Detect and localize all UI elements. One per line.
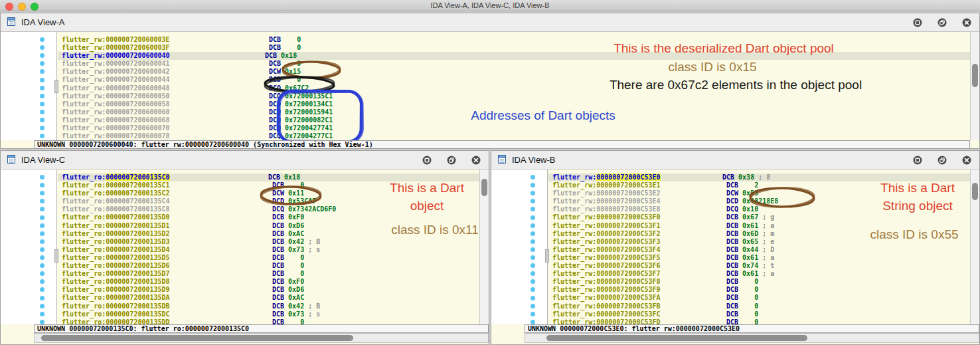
close-pane-button[interactable]: [962, 156, 971, 165]
listing-line[interactable]: flutter_rw:00000072000C53F6DCB 0x74 ; t: [552, 262, 970, 270]
minimize-window-button[interactable]: [18, 3, 26, 11]
listing-line[interactable]: flutter_rw:0000007200600070DCQ 0x7200427…: [62, 124, 970, 132]
nav-marker-dot: [40, 37, 44, 42]
nav-marker-dot: [531, 296, 535, 300]
listing-line[interactable]: flutter_rw:0000007200600050DCQ 0x7200013…: [62, 92, 970, 100]
window-titlebar[interactable]: IDA View-A, IDA View-C, IDA View-B: [0, 0, 980, 11]
listing-line[interactable]: flutter_rw:00000072000C53E0DCB 0x38 ; 8: [548, 173, 970, 181]
listing-line[interactable]: flutter_ro:00000072000135D3DCB 0x42 ; B: [62, 238, 479, 246]
close-pane-button[interactable]: [962, 18, 971, 27]
listing-line[interactable]: flutter_rw:000000720060003EDCB 0: [62, 36, 970, 44]
listing-line[interactable]: flutter_rw:00000072000C53F2DCB 0x6D ; m: [552, 230, 970, 238]
listing-line[interactable]: flutter_rw:00000072000C53FDDCB 0: [552, 318, 970, 324]
listing-line[interactable]: flutter_ro:00000072000135D7DCB 0: [62, 270, 479, 278]
disassembly-listing[interactable]: flutter_ro:00000072000135C0DCB 0x18flutt…: [58, 170, 479, 324]
listing-line[interactable]: flutter_rw:00000072000C53F5DCB 0x61 ; a: [552, 254, 970, 262]
nav-marker-dot: [40, 320, 44, 324]
listing-line[interactable]: flutter_ro:00000072000135DADCB 0xAC: [62, 294, 479, 302]
listing-line[interactable]: flutter_ro:00000072000135D2DCB 0xAC: [62, 230, 479, 238]
listing-line[interactable]: flutter_rw:00000072000C53FCDCB 0: [552, 310, 970, 318]
listing-line[interactable]: flutter_ro:00000072000135D6DCB 0: [62, 262, 479, 270]
nav-marker-dot: [531, 215, 535, 220]
listing-line[interactable]: flutter_ro:00000072000135D9DCB 0xD6: [62, 286, 479, 294]
listing-line[interactable]: flutter_rw:0000007200600058DCQ 0x7200013…: [62, 100, 970, 108]
listing-line[interactable]: flutter_rw:00000072000C53E1DCB 2: [552, 181, 970, 189]
listing-line[interactable]: flutter_ro:00000072000135C8DCQ 0x7342ACD…: [62, 205, 479, 213]
pane-header[interactable]: IDA View-C: [1, 151, 489, 170]
listing-line[interactable]: flutter_rw:00000072000C53F7DCB 0x61 ; a: [552, 270, 970, 278]
vertical-scrollbar-thumb[interactable]: [481, 179, 487, 196]
nav-marker-dot: [40, 271, 44, 276]
vertical-scrollbar-thumb[interactable]: [972, 183, 978, 200]
vertical-scrollbar-thumb[interactable]: [972, 64, 978, 87]
listing-line[interactable]: flutter_rw:00000072000C53FADCB 0: [552, 294, 970, 302]
fullscreen-window-button[interactable]: [31, 3, 39, 11]
listing-line[interactable]: flutter_ro:00000072000135D5DCB 0: [62, 254, 479, 262]
line-marker-gutter: [1, 32, 57, 140]
maximize-pane-button[interactable]: [422, 156, 432, 165]
vertical-scrollbar[interactable]: [970, 32, 979, 140]
pane-header[interactable]: IDA View-A: [1, 13, 979, 32]
disassembly-listing[interactable]: flutter_rw:00000072000C53E0DCB 0x38 ; 8f…: [548, 170, 970, 324]
listing-line[interactable]: flutter_rw:00000072000C53E8DCQ 0x10: [552, 205, 970, 213]
listing-line[interactable]: flutter_rw:00000072000C53F1DCB 0x61 ; a: [552, 222, 970, 230]
vertical-scrollbar[interactable]: [970, 170, 979, 324]
restore-pane-button[interactable]: [938, 156, 947, 165]
listing-line[interactable]: flutter_rw:0000007200600044DCD 0: [62, 76, 970, 84]
nav-marker-dot: [40, 199, 44, 203]
listing-line[interactable]: flutter_rw:00000072000C53F9DCB 0: [552, 286, 970, 294]
horizontal-scrollbar[interactable]: [525, 333, 979, 343]
listing-line[interactable]: flutter_rw:0000007200600060DCQ 0x7200015…: [62, 108, 970, 116]
listing-line[interactable]: flutter_rw:00000072000C53F4DCB 0x44 ; D: [552, 246, 970, 254]
listing-line[interactable]: flutter_ro:00000072000135DDDCB 0: [62, 318, 479, 324]
listing-line[interactable]: flutter_rw:0000007200600040DCB 0x18: [58, 52, 970, 60]
maximize-pane-button[interactable]: [913, 18, 922, 27]
listing-line[interactable]: flutter_rw:00000072000C53E4DCD 0x48218E8: [552, 197, 970, 205]
disassembly-view-icon: [7, 17, 17, 29]
pane-header[interactable]: IDA View-B: [491, 151, 979, 170]
listing-line[interactable]: flutter_rw:0000007200600078DCQ 0x7200427…: [62, 132, 970, 140]
horizontal-scrollbar[interactable]: [34, 333, 489, 343]
listing-line[interactable]: flutter_ro:00000072000135C4DCD 0x53CA7: [62, 197, 479, 205]
maximize-pane-button[interactable]: [913, 156, 922, 165]
close-pane-button[interactable]: [471, 156, 481, 165]
close-window-button[interactable]: [5, 3, 13, 11]
listing-line[interactable]: flutter_ro:00000072000135C2DCW 0x11: [62, 189, 479, 197]
nav-marker-dot: [531, 247, 535, 252]
horizontal-scrollbar-thumb[interactable]: [41, 335, 353, 341]
listing-line[interactable]: flutter_rw:0000007200600068DCQ 0x7200008…: [62, 116, 970, 124]
listing-line[interactable]: flutter_ro:00000072000135DBDCB 0x42 ; B: [62, 302, 479, 310]
listing-line[interactable]: flutter_rw:0000007200600048DCQ 0x67C2: [62, 84, 970, 92]
listing-line[interactable]: flutter_rw:000000720060003FDCB 0: [62, 44, 970, 52]
traffic-lights: [5, 3, 39, 11]
disassembly-area: flutter_rw:000000720060003EDCB 0flutter_…: [1, 32, 970, 140]
vertical-scrollbar[interactable]: [479, 170, 489, 324]
listing-line[interactable]: flutter_ro:00000072000135D1DCB 0xD6: [62, 222, 479, 230]
nav-marker-dot: [40, 207, 44, 211]
restore-pane-button[interactable]: [447, 156, 456, 165]
restore-pane-button[interactable]: [938, 18, 947, 27]
status-bar: UNKNOWN 00000072000C53E0: flutter_rw:000…: [525, 324, 979, 333]
listing-line[interactable]: flutter_ro:00000072000135D8DCB 0xF0: [62, 278, 479, 286]
disassembly-listing[interactable]: flutter_rw:000000720060003EDCB 0flutter_…: [58, 32, 970, 140]
listing-line[interactable]: flutter_ro:00000072000135D0DCB 0xF0: [62, 213, 479, 221]
listing-line[interactable]: flutter_rw:0000007200600041DCB 0: [62, 60, 970, 68]
ida-view-c-pane: IDA View-C flutter_ro:00000072000135C0DC…: [0, 150, 489, 345]
nav-marker-dot: [531, 263, 535, 268]
listing-line[interactable]: flutter_rw:00000072000C53F8DCB 0: [552, 278, 970, 286]
nav-marker-dot: [531, 191, 535, 195]
listing-line[interactable]: flutter_ro:00000072000135DCDCB 0x73 ; s: [62, 310, 479, 318]
listing-line[interactable]: flutter_rw:00000072000C53F0DCB 0x67 ; g: [552, 213, 970, 221]
horizontal-scrollbar-thumb[interactable]: [546, 335, 807, 341]
listing-line[interactable]: flutter_rw:00000072000C53FBDCB 0: [552, 302, 970, 310]
nav-marker-dot: [40, 231, 44, 236]
nav-marker-dot: [531, 231, 535, 236]
listing-line[interactable]: flutter_ro:00000072000135D4DCB 0x73 ; s: [62, 246, 479, 254]
listing-line[interactable]: flutter_rw:0000007200600042DCW 0x15: [62, 68, 970, 76]
listing-line[interactable]: flutter_ro:00000072000135C0DCB 0x18: [58, 173, 479, 181]
nav-marker-dot: [40, 110, 44, 114]
listing-line[interactable]: flutter_rw:00000072000C53E2DCW 0x55: [552, 189, 970, 197]
listing-line[interactable]: flutter_ro:00000072000135C1DCB 0: [62, 181, 479, 189]
nav-marker-dot: [40, 296, 44, 300]
listing-line[interactable]: flutter_rw:00000072000C53F3DCB 0x65 ; e: [552, 238, 970, 246]
